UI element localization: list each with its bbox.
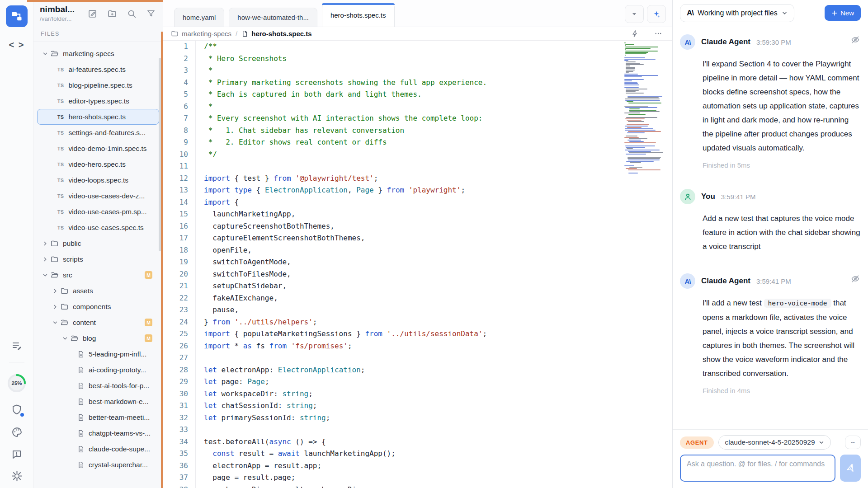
folder-icon <box>171 30 179 38</box>
line-number: 20 <box>163 268 195 281</box>
tree-item-src[interactable]: srcM <box>37 267 159 283</box>
doc-file-icon <box>77 398 85 406</box>
tree-item-video-hero-spec-ts[interactable]: TSvideo-hero.spec.ts <box>37 156 159 172</box>
line-number: 9 <box>163 136 195 149</box>
workspace-title: nimbal... <box>40 5 85 14</box>
code-line: 7 * Every screenshot with AI interaction… <box>163 113 672 125</box>
code-line: 38 workspaceDir = result.workspaceDir; <box>163 484 672 488</box>
chevron-right-icon[interactable] <box>42 240 50 247</box>
tree-item-5-leading-pm-infl[interactable]: 5-leading-pm-infl... <box>37 346 159 362</box>
breadcrumb-folder[interactable]: marketing-specs <box>182 30 231 38</box>
code-line: 32let primarySessionId: string; <box>163 412 672 424</box>
tree-item-better-team-meeti[interactable]: better-team-meeti... <box>37 409 159 425</box>
run-bolt-icon[interactable] <box>631 29 639 38</box>
chevron-down-icon[interactable] <box>62 335 70 342</box>
tree-item-crystal-superchar[interactable]: crystal-superchar... <box>37 457 159 473</box>
tree-item-claude-code-supe[interactable]: claude-code-supe... <box>37 441 159 457</box>
tree-item-settings-and-features-s[interactable]: TSsettings-and-features.s... <box>37 125 159 141</box>
tree-item-label: video-use-cases-dev-z... <box>68 192 145 200</box>
tree-item-label: hero-shots.spec.ts <box>68 113 126 121</box>
tree-item-components[interactable]: components <box>37 299 159 314</box>
tree-item-label: scripts <box>63 255 83 263</box>
tree-item-public[interactable]: public <box>37 235 159 251</box>
new-chat-button[interactable]: New <box>825 5 861 21</box>
chevron-down-icon[interactable] <box>42 51 50 57</box>
chat-input[interactable] <box>680 455 835 482</box>
code-editor[interactable]: 1/**2 * Hero Screenshots3 *4 * Primary m… <box>163 41 672 488</box>
notes-compose-icon[interactable] <box>11 340 22 351</box>
tree-item-video-loops-spec-ts[interactable]: TSvideo-loops.spec.ts <box>37 172 159 188</box>
doc-file-icon <box>77 366 85 374</box>
tree-item-best-ai-tools-for-p[interactable]: best-ai-tools-for-p... <box>37 378 159 394</box>
shield-icon[interactable] <box>11 404 22 416</box>
breadcrumb-file[interactable]: hero-shots.spec.ts <box>251 30 311 38</box>
feedback-icon[interactable] <box>11 449 22 460</box>
code-line: 16 captureScreenshotBothThemes, <box>163 221 672 233</box>
chevron-down-icon[interactable] <box>42 272 50 278</box>
tree-item-video-use-cases-pm-sp[interactable]: TSvideo-use-cases-pm.sp... <box>37 204 159 220</box>
line-number: 8 <box>163 125 195 137</box>
tree-item-label: components <box>73 303 111 311</box>
line-number: 18 <box>163 244 195 257</box>
file-tree: marketing-specsTSai-features.spec.tsTSbl… <box>33 42 163 473</box>
search-icon[interactable] <box>127 9 137 19</box>
code-view-icon[interactable]: < > <box>0 40 33 50</box>
message-author: Claude Agent <box>701 38 750 47</box>
tree-item-label: video-demo-1min.spec.ts <box>68 145 146 153</box>
palette-icon[interactable] <box>11 427 23 438</box>
chevron-right-icon[interactable] <box>52 304 60 310</box>
modified-badge: M <box>145 271 152 279</box>
more-options-icon[interactable] <box>654 29 662 38</box>
line-number: 30 <box>163 388 195 400</box>
user-avatar <box>680 189 695 204</box>
message-body: I'll expand Section 4 to cover the Playw… <box>703 57 861 155</box>
tree-item-assets[interactable]: assets <box>37 283 159 299</box>
eye-off-icon[interactable] <box>851 274 860 283</box>
ai-sparkle-button[interactable] <box>647 5 666 23</box>
send-button[interactable] <box>840 455 861 482</box>
app-logo[interactable] <box>6 5 28 27</box>
breadcrumb: marketing-specs / hero-shots.spec.ts <box>163 27 672 41</box>
tab-hero-shots-spec-ts[interactable]: hero-shots.spec.ts <box>322 3 395 27</box>
tree-item-ai-features-spec-ts[interactable]: TSai-features.spec.ts <box>37 61 159 77</box>
code-line: 15 launchMarketingApp, <box>163 208 672 221</box>
folder-icon <box>60 287 69 295</box>
code-line: 29let page: Page; <box>163 376 672 388</box>
gear-icon[interactable] <box>11 470 23 482</box>
progress-ring[interactable]: 25% <box>7 373 27 393</box>
tree-item-scripts[interactable]: scripts <box>37 251 159 267</box>
tree-item-hero-shots-spec-ts[interactable]: TShero-shots.spec.ts <box>37 109 159 125</box>
agent-mode-badge[interactable]: AGENT <box>680 436 714 449</box>
tree-item-content[interactable]: contentM <box>37 314 159 330</box>
tab-overflow-button[interactable] <box>625 5 644 23</box>
model-selector[interactable]: claude-sonnet-4-5-20250929 <box>718 435 831 450</box>
tree-item-blog-pipeline-spec-ts[interactable]: TSblog-pipeline.spec.ts <box>37 77 159 93</box>
chevron-right-icon[interactable] <box>52 288 60 294</box>
tree-item-best-markdown-e[interactable]: best-markdown-e... <box>37 394 159 409</box>
tree-item-video-use-cases-spec-ts[interactable]: TSvideo-use-cases.spec.ts <box>37 220 159 235</box>
tree-item-marketing-specs[interactable]: marketing-specs <box>37 46 159 61</box>
tree-item-editor-types-spec-ts[interactable]: TSeditor-types.spec.ts <box>37 93 159 109</box>
minimap[interactable] <box>623 42 669 177</box>
tree-item-video-use-cases-dev-z[interactable]: TSvideo-use-cases-dev-z... <box>37 188 159 204</box>
modified-badge: M <box>145 319 152 326</box>
tab-home-yaml[interactable]: home.yaml <box>174 8 224 27</box>
message-body: I'll add a new test hero-voice-mode that… <box>703 296 861 380</box>
footer-more-button[interactable]: -- <box>845 436 861 449</box>
tree-item-ai-coding-prototy[interactable]: ai-coding-prototy... <box>37 362 159 378</box>
chevron-down-icon[interactable] <box>52 319 60 326</box>
tree-item-blog[interactable]: blogM <box>37 330 159 346</box>
filter-icon[interactable] <box>146 9 156 19</box>
tree-item-video-demo-1min-spec-ts[interactable]: TSvideo-demo-1min.spec.ts <box>37 141 159 156</box>
context-selector[interactable]: A\ Working with project files <box>680 4 794 22</box>
breadcrumb-separator: / <box>236 30 237 38</box>
new-folder-icon[interactable] <box>107 9 117 19</box>
folder-icon <box>70 334 79 343</box>
tab-how-we-automated-th[interactable]: how-we-automated-th... <box>229 8 317 27</box>
new-file-icon[interactable] <box>88 9 97 19</box>
eye-off-icon[interactable] <box>851 35 860 44</box>
tree-item-chatgpt-teams-vs[interactable]: chatgpt-teams-vs-... <box>37 425 159 441</box>
ts-file-badge: TS <box>57 146 64 151</box>
code-line: 31let chatSessionId: string; <box>163 400 672 412</box>
chevron-right-icon[interactable] <box>42 256 50 263</box>
